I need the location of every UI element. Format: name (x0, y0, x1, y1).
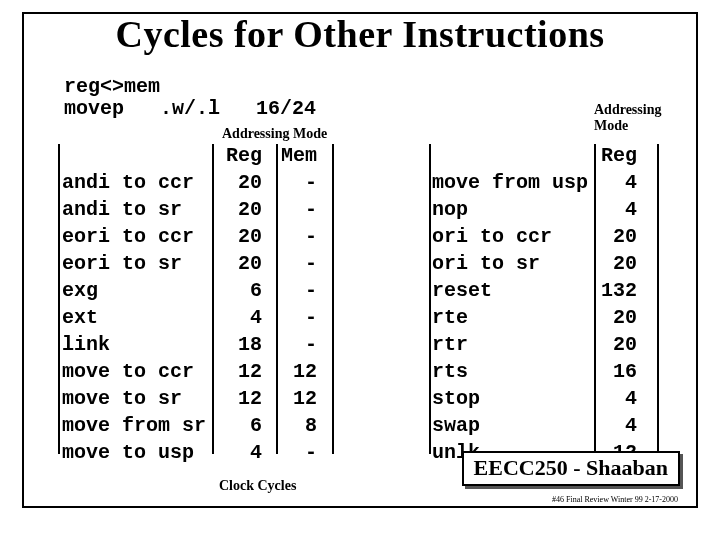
instr-cell: eori to ccr (62, 223, 222, 250)
instr-cell: rte (432, 304, 597, 331)
right-table: Reg move from usp4nop4ori to ccr20ori to… (432, 142, 637, 466)
table-header: RegMem (62, 142, 317, 169)
instr-cell: rts (432, 358, 597, 385)
mem-cell: - (262, 250, 317, 277)
table-row: stop4 (432, 385, 637, 412)
top-line1: reg<>mem (64, 76, 316, 98)
instr-cell: move to usp (62, 439, 222, 466)
table-row: reset132 (432, 277, 637, 304)
table-row: ext4- (62, 304, 317, 331)
instr-cell: swap (432, 412, 597, 439)
movep-size: .w/.l (160, 97, 220, 120)
instr-cell: stop (432, 385, 597, 412)
reg-cell: 4 (597, 412, 637, 439)
reg-cell: 20 (597, 331, 637, 358)
addressing-mode-label-left: Addressing Mode (222, 126, 327, 142)
reg-cell: 20 (222, 250, 262, 277)
table-row: move to usp4- (62, 439, 317, 466)
instr-cell: rtr (432, 331, 597, 358)
instr-cell: andi to sr (62, 196, 222, 223)
reg-cell: 20 (222, 169, 262, 196)
table-row: exg6- (62, 277, 317, 304)
mem-cell: - (262, 304, 317, 331)
top-note: reg<>mem movep .w/.l 16/24 (64, 76, 316, 120)
reg-cell: 4 (597, 385, 637, 412)
col-reg: Reg (597, 142, 637, 169)
reg-cell: 18 (222, 331, 262, 358)
instr-cell: eori to sr (62, 250, 222, 277)
table-row: nop4 (432, 196, 637, 223)
reg-cell: 20 (597, 250, 637, 277)
instr-cell: ori to ccr (432, 223, 597, 250)
mem-cell: - (262, 277, 317, 304)
reg-cell: 6 (222, 412, 262, 439)
rule (332, 144, 334, 454)
table-row: andi to ccr20- (62, 169, 317, 196)
instr-cell: ori to sr (432, 250, 597, 277)
instr-cell: move from sr (62, 412, 222, 439)
instr-cell: move to ccr (62, 358, 222, 385)
table-row: andi to sr20- (62, 196, 317, 223)
table-row: move to sr1212 (62, 385, 317, 412)
mem-cell: - (262, 439, 317, 466)
table-row: rte20 (432, 304, 637, 331)
slide-title: Cycles for Other Instructions (24, 12, 696, 56)
mem-cell: 12 (262, 385, 317, 412)
table-row: ori to ccr20 (432, 223, 637, 250)
table-row: eori to sr20- (62, 250, 317, 277)
mem-cell: - (262, 331, 317, 358)
reg-cell: 4 (222, 304, 262, 331)
reg-cell: 20 (597, 304, 637, 331)
mem-cell: 8 (262, 412, 317, 439)
table-row: swap4 (432, 412, 637, 439)
reg-cell: 4 (597, 196, 637, 223)
mem-cell: - (262, 223, 317, 250)
clock-cycles-label: Clock Cycles (219, 478, 296, 494)
table-row: rts16 (432, 358, 637, 385)
mem-cell: - (262, 169, 317, 196)
slide-meta: #46 Final Review Winter 99 2-17-2000 (552, 495, 678, 504)
reg-cell: 20 (222, 196, 262, 223)
instr-cell: nop (432, 196, 597, 223)
table-row: rtr20 (432, 331, 637, 358)
table-row: move from sr68 (62, 412, 317, 439)
instr-cell: reset (432, 277, 597, 304)
rule (58, 144, 60, 454)
mem-cell: - (262, 196, 317, 223)
table-row: link18- (62, 331, 317, 358)
table-row: ori to sr20 (432, 250, 637, 277)
reg-cell: 20 (597, 223, 637, 250)
rule (429, 144, 431, 454)
instr-cell: exg (62, 277, 222, 304)
table-row: eori to ccr20- (62, 223, 317, 250)
reg-cell: 12 (222, 358, 262, 385)
instr-cell: move from usp (432, 169, 597, 196)
top-line2: movep .w/.l 16/24 (64, 98, 316, 120)
slide-frame: Cycles for Other Instructions reg<>mem m… (22, 12, 698, 508)
table-header: Reg (432, 142, 637, 169)
reg-cell: 4 (222, 439, 262, 466)
reg-cell: 4 (597, 169, 637, 196)
table-row: move from usp4 (432, 169, 637, 196)
addressing-mode-label-right: Addressing Mode (594, 102, 696, 134)
col-mem: Mem (262, 142, 317, 169)
movep-cycles: 16/24 (256, 97, 316, 120)
col-reg: Reg (222, 142, 262, 169)
reg-cell: 12 (222, 385, 262, 412)
reg-cell: 20 (222, 223, 262, 250)
reg-cell: 6 (222, 277, 262, 304)
rule (657, 144, 659, 454)
mem-cell: 12 (262, 358, 317, 385)
reg-cell: 132 (597, 277, 637, 304)
left-table: RegMem andi to ccr20-andi to sr20-eori t… (62, 142, 317, 466)
instr-cell: andi to ccr (62, 169, 222, 196)
movep-label: movep (64, 97, 124, 120)
instr-cell: move to sr (62, 385, 222, 412)
reg-cell: 16 (597, 358, 637, 385)
course-footer: EECC250 - Shaaban (462, 451, 680, 486)
instr-cell: link (62, 331, 222, 358)
table-row: move to ccr1212 (62, 358, 317, 385)
instr-cell: ext (62, 304, 222, 331)
